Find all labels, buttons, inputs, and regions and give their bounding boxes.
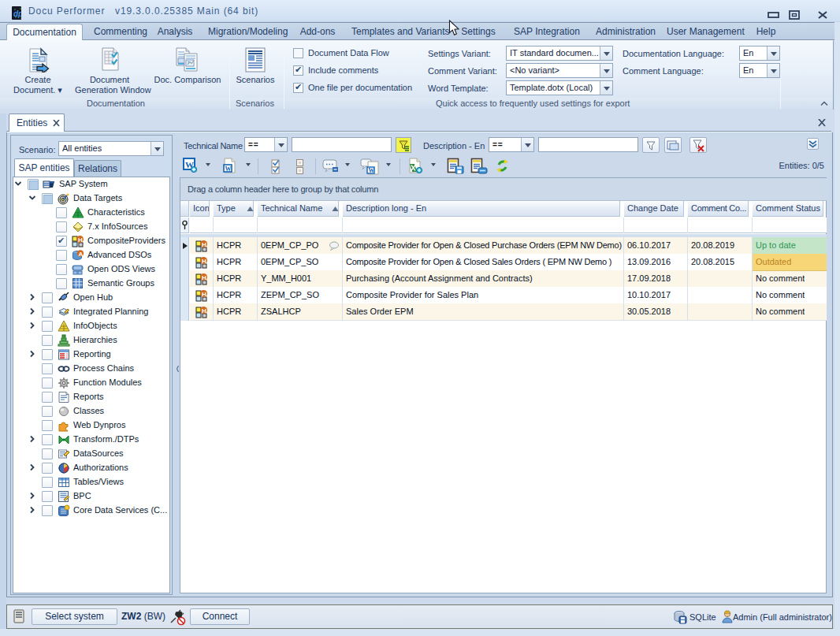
svg-text:W: W: [225, 166, 232, 173]
svg-text:W: W: [369, 167, 375, 174]
svg-text:A: A: [79, 251, 84, 258]
svg-text:H: H: [78, 236, 83, 244]
svg-text:dp: dp: [13, 9, 21, 18]
